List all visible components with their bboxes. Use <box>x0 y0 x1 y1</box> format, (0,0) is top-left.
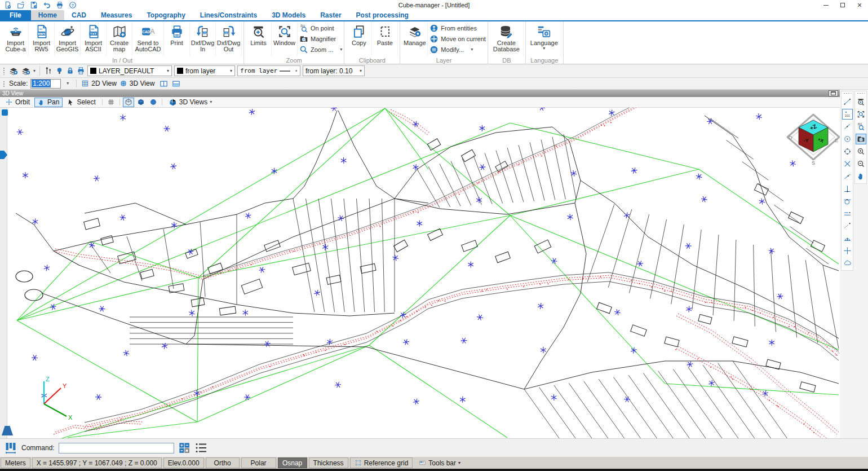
scale-input[interactable]: 1:200 <box>30 79 61 89</box>
ribbon-print-button[interactable]: Print <box>164 22 190 56</box>
view-2d-button[interactable]: 2D View <box>81 80 116 87</box>
view-3d-button[interactable]: 3D View <box>119 80 154 87</box>
snap-tool-perpendicular-button[interactable] <box>842 183 853 194</box>
zoom-tool-zoom-on-point-button[interactable]: 101 <box>856 121 866 132</box>
layer-visibility-icon[interactable] <box>55 67 64 75</box>
layer-manager-icon[interactable] <box>8 66 19 76</box>
snap-tool-segment-button[interactable] <box>842 96 853 107</box>
color-select[interactable]: from layer ▾ <box>174 65 235 76</box>
status-units[interactable]: Meters <box>1 457 30 468</box>
ribbon-zoom-button[interactable]: Zoom ...▾ <box>299 45 342 54</box>
snap-tool-level-button[interactable] <box>842 233 853 244</box>
ribbon-import-geogis-button[interactable]: Import GeoGIS <box>55 22 81 56</box>
ribbon-language-button[interactable]: Language▾ <box>528 22 561 56</box>
ribbon-import-cube-a-button[interactable]: Import Cube-a <box>3 22 29 56</box>
views-menu[interactable]: 3D Views ▾ <box>165 98 215 107</box>
tab-measures[interactable]: Measures <box>94 10 139 20</box>
wireframe-mode-button[interactable] <box>123 98 134 107</box>
split-horizontal-icon[interactable] <box>172 80 180 88</box>
status-elevation[interactable]: Elev.0.000 <box>163 457 204 468</box>
tab-home[interactable]: Home <box>31 10 64 20</box>
toggle-reference-grid[interactable]: Reference grid <box>350 457 413 468</box>
ribbon-create-map-button[interactable]: Create map <box>107 22 132 56</box>
tab-post-processing[interactable]: Post processing <box>349 10 416 20</box>
zoom-tool-zoom-window-button[interactable] <box>856 109 866 120</box>
zoom-tool-zoom-in-button[interactable] <box>856 146 866 157</box>
toolbar-grip[interactable] <box>843 93 851 95</box>
scale-dropdown[interactable]: ▾ <box>64 79 72 89</box>
layout-columns-icon[interactable] <box>4 441 17 455</box>
command-history-icon[interactable] <box>194 441 208 455</box>
shaded-mode-button[interactable] <box>148 98 159 107</box>
tab-cad[interactable]: CAD <box>64 10 94 20</box>
ribbon-import-ascii-button[interactable]: TXTImport ASCII <box>81 22 107 56</box>
chevron-down-icon[interactable]: ▾ <box>471 47 473 52</box>
ribbon-magnifier-button[interactable]: Magnifier <box>299 34 342 43</box>
snap-tool-parallel-button[interactable] <box>842 208 853 219</box>
ribbon-send-to-autocad-button[interactable]: CADASend to AutoCAD <box>132 22 164 56</box>
zoom-tool-pan-button[interactable] <box>856 171 866 182</box>
undo-icon[interactable] <box>43 1 51 9</box>
linetype-select[interactable]: from layer ▾ <box>237 65 300 76</box>
snap-tool-segment-mid-button[interactable] <box>842 121 853 132</box>
maximize-button[interactable] <box>834 0 851 10</box>
snap-tool-circle-quadrant-button[interactable] <box>842 146 853 157</box>
tools-bar-menu[interactable]: Tools bar▾ <box>414 457 465 468</box>
select-tool[interactable]: Select <box>64 98 99 107</box>
survey-pole-icon[interactable] <box>44 67 53 76</box>
tab-topography[interactable]: Topography <box>139 10 192 20</box>
orbit-tool[interactable]: Orbit <box>2 98 33 107</box>
solid-mode-button[interactable] <box>135 98 147 107</box>
layer-lock-icon[interactable] <box>66 67 74 75</box>
open-file-icon[interactable] <box>17 1 25 9</box>
drawing-canvas[interactable]: ZYX+Z-Y+XOSE <box>7 108 840 438</box>
ribbon-move-on-current-button[interactable]: Move on current <box>429 34 485 43</box>
zoom-tool-magnifier-button[interactable] <box>856 134 866 144</box>
minimize-button[interactable] <box>817 0 834 10</box>
tab-3d-models[interactable]: 3D Models <box>264 10 313 20</box>
chevron-down-icon[interactable]: ▾ <box>340 47 342 52</box>
ribbon-modify-button[interactable]: Modify...▾ <box>429 45 485 54</box>
toggle-thickness[interactable]: Thickness <box>309 457 348 468</box>
ribbon-manage-button[interactable]: Manage <box>402 22 428 56</box>
ribbon-dxf-dwg-out-button[interactable]: DWGDxf/Dwg Out <box>216 22 242 56</box>
panel-restore-button[interactable] <box>829 90 838 96</box>
snap-tool-revision-cloud-button[interactable] <box>842 258 853 268</box>
tab-file[interactable]: File <box>0 10 31 20</box>
grid-toggle[interactable] <box>105 98 117 107</box>
chevron-down-icon[interactable]: ▾ <box>33 69 36 73</box>
close-button[interactable]: ✕ <box>851 0 868 10</box>
calculator-icon[interactable] <box>178 442 191 454</box>
ribbon-from-entities-button[interactable]: From entities <box>429 24 485 33</box>
snap-tool-tangent-button[interactable] <box>842 196 853 206</box>
toolbar-grip[interactable] <box>2 67 5 75</box>
save-file-icon[interactable] <box>30 1 38 9</box>
pan-tool[interactable]: Pan <box>34 98 63 107</box>
toggle-polar[interactable]: Polar <box>241 457 276 468</box>
snap-tool-origin-move-button[interactable] <box>842 245 853 256</box>
toggle-ortho[interactable]: Ortho <box>206 457 240 468</box>
ribbon-import-rw5-button[interactable]: RW5Import RW5 <box>29 22 55 56</box>
ribbon-limits-button[interactable]: Limits <box>246 22 272 56</box>
snap-tool-circle-center-button[interactable] <box>842 134 853 144</box>
snap-tool-point-101-button[interactable]: 101 <box>842 109 853 120</box>
ribbon-dxf-dwg-in-button[interactable]: DWGDxf/Dwg In <box>190 22 216 56</box>
nav-cube[interactable]: +Z-Y+XOSE <box>787 115 839 166</box>
ribbon-paste-button[interactable]: Paste <box>372 22 398 56</box>
print-icon[interactable] <box>56 1 64 9</box>
help-icon[interactable]: ? <box>69 1 77 9</box>
split-vertical-icon[interactable] <box>160 80 168 88</box>
ribbon-window-button[interactable]: Window <box>272 22 298 56</box>
zoom-tool-zoom-limits-button[interactable] <box>856 96 866 107</box>
zoom-tool-zoom-out-button[interactable] <box>856 159 866 169</box>
new-file-icon[interactable] <box>4 1 12 9</box>
tab-lines-constraints[interactable]: Lines/Constraints <box>193 10 264 20</box>
ribbon-copy-button[interactable]: Copy <box>346 22 372 56</box>
layer-print-icon[interactable] <box>77 67 85 75</box>
snap-tool-extension-button[interactable] <box>842 221 853 231</box>
toolbar-grip[interactable] <box>2 80 5 87</box>
snap-tool-intersection-button[interactable] <box>842 159 853 169</box>
command-input[interactable] <box>59 443 174 454</box>
layer-select[interactable]: LAYER_DEFAULT ▾ <box>87 65 172 76</box>
tab-raster[interactable]: Raster <box>313 10 348 20</box>
